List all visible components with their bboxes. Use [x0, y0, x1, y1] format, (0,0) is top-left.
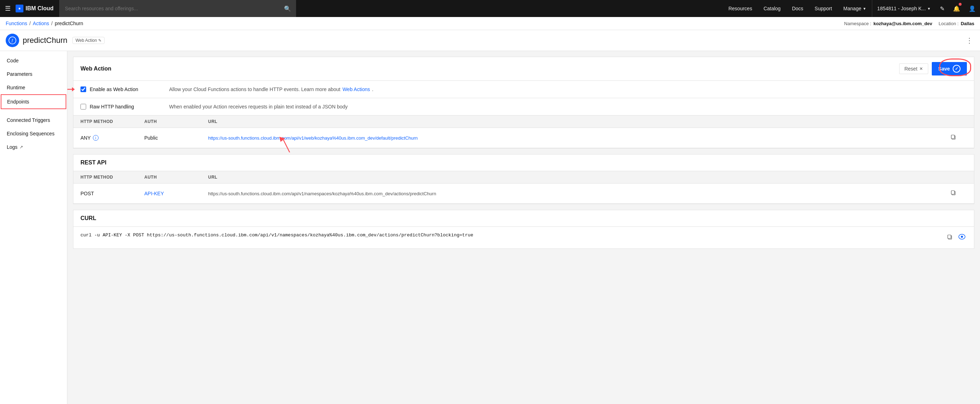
- search-input[interactable]: [59, 0, 279, 17]
- svg-marker-3: [72, 87, 75, 91]
- save-button[interactable]: Save ✓: [932, 62, 967, 75]
- col-auth-1: AUTH: [144, 119, 208, 124]
- raw-http-desc: When enabled your Action receives reques…: [169, 104, 967, 110]
- main-content: Web Action Reset ✕ Save ✓: [67, 51, 980, 404]
- web-action-table-row: ANY i Public https://us-south.functions.…: [73, 128, 974, 148]
- edit-icon-button[interactable]: ✎: [936, 0, 949, 17]
- auth-cell-apikey: API-KEY: [144, 191, 208, 196]
- rest-api-title: REST API: [81, 159, 107, 165]
- functions-icon: ƒ: [8, 37, 16, 44]
- overflow-menu-button[interactable]: ⋮: [964, 35, 974, 46]
- rest-api-table-row: POST API-KEY https://us-south.functions.…: [73, 184, 974, 204]
- topnav-links: Resources Catalog Docs Support Manage ▼: [722, 0, 872, 17]
- user-dropdown[interactable]: 1854811 - Joseph K... ▼: [872, 0, 936, 17]
- web-action-header: Web Action Reset ✕ Save ✓: [73, 57, 974, 81]
- enable-web-action-label: Enable as Web Action: [90, 86, 138, 92]
- web-action-section: Web Action Reset ✕ Save ✓: [73, 57, 974, 148]
- sidebar-item-enclosing-sequences[interactable]: Enclosing Sequences: [0, 127, 67, 140]
- sidebar-label-parameters: Parameters: [7, 71, 32, 77]
- page-header: ƒ predictChurn Web Action ✎ ⋮: [0, 30, 980, 51]
- auth-cell-public: Public: [144, 135, 208, 141]
- sidebar: Code Parameters Runtime Endpoints Connec…: [0, 51, 67, 404]
- web-action-table-header: HTTP METHOD AUTH URL: [73, 116, 974, 128]
- web-action-badge: Web Action ✎: [72, 37, 105, 44]
- support-link[interactable]: Support: [809, 0, 838, 17]
- svg-point-13: [961, 236, 963, 238]
- sidebar-item-code[interactable]: Code: [0, 54, 67, 67]
- breadcrumb-namespace-location: Namespace : kozhaya@us.ibm.com_dev Locat…: [844, 21, 974, 26]
- curl-title: CURL: [81, 215, 96, 221]
- breadcrumb: Functions / Actions / predictChurn Names…: [0, 17, 980, 30]
- breadcrumb-actions-link[interactable]: Actions: [33, 21, 49, 26]
- method-cell-any: ANY i: [81, 135, 144, 141]
- copy-curl-button[interactable]: [946, 233, 954, 243]
- breadcrumb-sep-2: /: [51, 21, 53, 26]
- copy-url-button-1[interactable]: [949, 133, 958, 143]
- raw-http-checkbox[interactable]: [81, 104, 86, 110]
- reset-button[interactable]: Reset ✕: [899, 64, 929, 74]
- api-key-link[interactable]: API-KEY: [144, 191, 164, 196]
- manage-dropdown[interactable]: Manage ▼: [838, 0, 872, 17]
- curl-code-row: curl -u API-KEY -X POST https://us-south…: [73, 227, 974, 248]
- page-title: predictChurn: [23, 36, 67, 45]
- red-arrow-annotation: [67, 85, 75, 94]
- sidebar-label-code: Code: [7, 58, 18, 64]
- save-check-icon: ✓: [953, 65, 961, 73]
- rest-api-table-header: HTTP METHOD AUTH URL: [73, 171, 974, 184]
- user-chevron-icon: ▼: [927, 7, 931, 11]
- svg-rect-11: [948, 235, 951, 239]
- copy-cell-2: [949, 189, 967, 199]
- manage-chevron-icon: ▼: [863, 7, 866, 11]
- sidebar-label-endpoints: Endpoints: [7, 99, 29, 105]
- method-cell-post: POST: [81, 191, 144, 196]
- raw-http-row: Raw HTTP handling When enabled your Acti…: [73, 98, 974, 116]
- logs-external-icon: ↗: [19, 145, 23, 150]
- notification-badge: [959, 3, 962, 6]
- col-http-method-2: HTTP METHOD: [81, 175, 144, 180]
- sidebar-item-logs[interactable]: Logs ↗: [0, 140, 67, 154]
- search-icon-button[interactable]: 🔍: [279, 0, 296, 17]
- enable-web-action-checkbox[interactable]: [81, 86, 86, 92]
- user-avatar-button[interactable]: 👤: [964, 0, 980, 17]
- sidebar-item-endpoints[interactable]: Endpoints: [1, 94, 66, 109]
- curl-section: CURL curl -u API-KEY -X POST https://us-…: [73, 210, 974, 249]
- url-cell-web: https://us-south.functions.cloud.ibm.com…: [208, 135, 949, 141]
- breadcrumb-functions-link[interactable]: Functions: [6, 21, 27, 26]
- breadcrumb-current: predictChurn: [55, 21, 83, 26]
- enable-web-action-desc: Allow your Cloud Functions actions to ha…: [169, 86, 967, 92]
- page-icon: ƒ: [6, 33, 19, 47]
- breadcrumb-sep-1: /: [29, 21, 31, 26]
- sidebar-item-connected-triggers[interactable]: Connected Triggers: [0, 113, 67, 127]
- main-layout: Code Parameters Runtime Endpoints Connec…: [0, 51, 980, 404]
- logo-text: IBM Cloud: [25, 5, 54, 12]
- show-curl-button[interactable]: [957, 232, 967, 243]
- svg-rect-9: [951, 191, 955, 194]
- catalog-link[interactable]: Catalog: [758, 0, 786, 17]
- web-actions-link[interactable]: Web Actions: [342, 86, 370, 92]
- info-icon[interactable]: i: [93, 135, 99, 141]
- sidebar-label-runtime: Runtime: [7, 85, 25, 91]
- sidebar-item-runtime[interactable]: Runtime: [0, 81, 67, 94]
- resources-link[interactable]: Resources: [722, 0, 758, 17]
- svg-text:ƒ: ƒ: [11, 38, 13, 43]
- sidebar-item-parameters[interactable]: Parameters: [0, 67, 67, 81]
- logo: ■ IBM Cloud: [16, 5, 59, 13]
- web-action-title: Web Action: [81, 65, 111, 72]
- web-action-url-link[interactable]: https://us-south.functions.cloud.ibm.com…: [208, 135, 418, 141]
- enable-web-action-row: Enable as Web Action Allow your Cloud Fu…: [73, 81, 974, 98]
- sidebar-label-connected-triggers: Connected Triggers: [7, 117, 50, 123]
- docs-link[interactable]: Docs: [786, 0, 809, 17]
- curl-header: CURL: [73, 210, 974, 227]
- col-http-method-1: HTTP METHOD: [81, 119, 144, 124]
- raw-http-label: Raw HTTP handling: [90, 104, 134, 110]
- hamburger-button[interactable]: ☰: [0, 0, 16, 17]
- notification-icon-button[interactable]: 🔔: [949, 0, 964, 17]
- web-action-badge-icon: ✎: [98, 38, 102, 43]
- col-url-1: URL: [208, 119, 949, 124]
- save-wrapper: Save ✓: [932, 62, 967, 75]
- col-url-2: URL: [208, 175, 949, 180]
- sidebar-label-enclosing-sequences: Enclosing Sequences: [7, 131, 55, 137]
- copy-url-button-2[interactable]: [949, 189, 958, 199]
- svg-rect-7: [951, 135, 955, 138]
- curl-code-text: curl -u API-KEY -X POST https://us-south…: [81, 232, 941, 238]
